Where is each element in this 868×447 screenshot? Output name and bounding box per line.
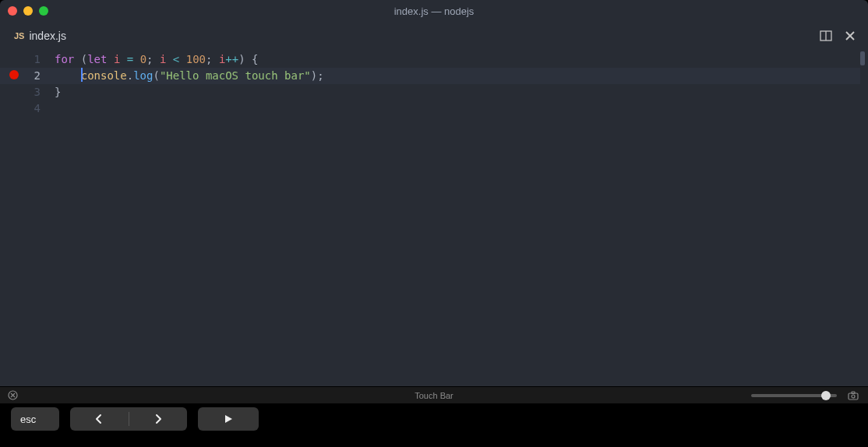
code-editor[interactable]: 1 2 3 4 for (let i = 0; i < 100; i++) { … — [0, 50, 868, 386]
code-area[interactable]: for (let i = 0; i < 100; i++) { console.… — [55, 50, 868, 386]
close-tab-icon[interactable] — [845, 30, 856, 41]
line-number-2[interactable]: 2 — [0, 68, 55, 84]
touchbar-title: Touch Bar — [415, 391, 453, 400]
touchbar-back-button[interactable] — [70, 414, 129, 424]
line-number-1[interactable]: 1 — [0, 51, 55, 68]
touchbar-play-button[interactable] — [198, 407, 259, 431]
code-line-2[interactable]: console.log("Hello macOS touch bar"); — [55, 68, 868, 84]
touch-bar: esc — [0, 403, 868, 435]
line-number-4[interactable]: 4 — [0, 100, 55, 117]
titlebar[interactable]: index.js — nodejs — [0, 0, 868, 22]
code-line-1[interactable]: for (let i = 0; i < 100; i++) { — [55, 51, 868, 68]
svg-marker-10 — [225, 415, 232, 423]
split-editor-icon[interactable] — [820, 30, 832, 42]
text-cursor — [81, 68, 83, 82]
tab-filename: index.js — [29, 30, 65, 42]
scrollbar-thumb[interactable] — [860, 51, 865, 65]
touchbar-zoom-slider[interactable] — [751, 394, 837, 397]
js-file-icon: JS — [14, 31, 24, 40]
editor-window: index.js — nodejs JS index.js 1 2 3 4 fo… — [0, 0, 868, 386]
svg-point-8 — [852, 395, 855, 398]
window-minimize-button[interactable] — [23, 6, 33, 16]
touchbar-esc-label: esc — [20, 414, 36, 425]
touchbar-forward-button[interactable] — [129, 414, 188, 424]
touchbar-zoom-thumb[interactable] — [821, 391, 831, 400]
line-number-3[interactable]: 3 — [0, 84, 55, 100]
breakpoint-marker[interactable] — [9, 70, 19, 79]
touchbar-esc-button[interactable]: esc — [11, 407, 59, 431]
svg-rect-9 — [852, 392, 855, 394]
code-line-4[interactable] — [55, 100, 868, 117]
touchbar-nav-group — [70, 407, 187, 431]
code-line-3[interactable]: } — [55, 84, 868, 100]
window-maximize-button[interactable] — [39, 6, 48, 16]
window-close-button[interactable] — [8, 6, 17, 16]
tab-actions — [820, 30, 862, 42]
touchbar-header: Touch Bar — [0, 386, 868, 403]
traffic-lights — [8, 6, 48, 16]
gutter[interactable]: 1 2 3 4 — [0, 50, 55, 386]
svg-rect-7 — [849, 393, 858, 399]
tab-indexjs[interactable]: JS index.js — [6, 25, 74, 47]
window-title: index.js — nodejs — [394, 5, 475, 17]
touchbar-close-icon[interactable] — [8, 390, 18, 400]
tab-bar: JS index.js — [0, 22, 868, 50]
touchbar-screenshot-icon[interactable] — [848, 391, 859, 400]
